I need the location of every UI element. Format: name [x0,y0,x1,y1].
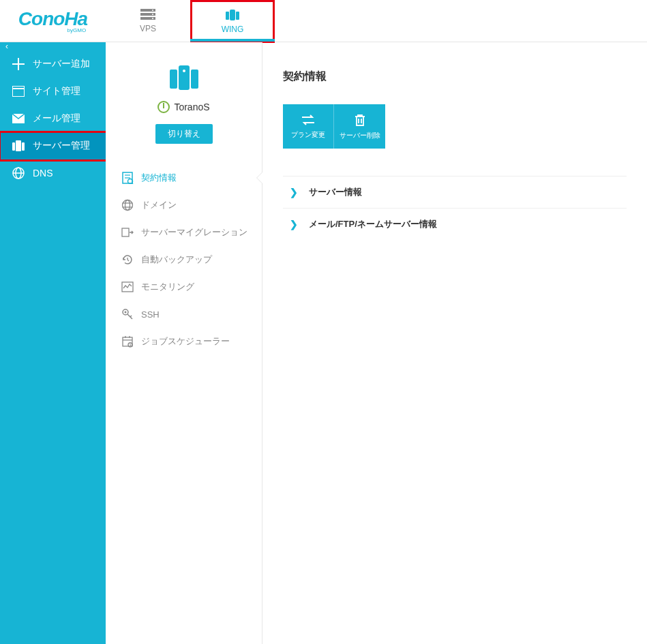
accordion-label: メール/FTP/ネームサーバー情報 [309,218,437,230]
sidebar-item-mail-manage[interactable]: メール管理 [0,105,106,132]
submenu-migration[interactable]: サーバーマイグレーション [106,219,262,246]
logo[interactable]: ConoHa byGMO [0,0,106,42]
power-on-icon [157,101,170,113]
server-stack-icon [140,9,155,21]
accordion-server-info[interactable]: ❯ サーバー情報 [283,176,627,208]
action-label: プラン変更 [291,130,325,140]
sidebar-item-label: サイト管理 [33,85,80,97]
sidebar-item-label: DNS [33,168,53,179]
highlight-tab-wing [190,0,275,43]
sidebar-sub: ToranoS 切り替え 契約情報 ドメイン サーバーマイグ [106,42,262,644]
svg-point-27 [123,200,133,211]
svg-rect-8 [236,12,239,20]
mail-icon [11,114,26,123]
submenu-domain[interactable]: ドメイン [106,191,262,219]
submenu-label: 自動バックアップ [141,254,212,266]
submenu-label: ドメイン [141,199,177,211]
sidebar-item-label: メール管理 [33,112,80,125]
submenu-contract-info[interactable]: 契約情報 [106,164,262,191]
window-icon [11,86,26,97]
svg-rect-39 [123,337,132,346]
header-tabs: VPS WING [106,0,275,42]
main-layout: ‹ サーバー追加 サイト管理 メール管理 サーバー管理 [0,42,647,644]
action-label: サーバー削除 [340,131,380,140]
contract-icon [119,172,136,184]
server-name-row: ToranoS [119,101,248,113]
swap-icon [301,114,316,126]
server-large-icon [119,63,248,93]
svg-rect-18 [179,65,190,90]
svg-rect-9 [12,86,25,97]
submenu-monitoring[interactable]: モニタリング [106,273,262,301]
tab-label: VPS [140,24,156,33]
submenu-scheduler[interactable]: ジョブスケジューラー [106,328,262,355]
sidebar-item-label: サーバー追加 [33,58,90,70]
page-title: 契約情報 [283,70,627,84]
sidebar-item-dns[interactable]: DNS [0,159,106,187]
sidebar-item-label: サーバー管理 [33,140,90,152]
globe2-icon [119,199,136,211]
schedule-icon [119,335,136,348]
server-card: ToranoS 切り替え [106,42,262,157]
key-icon [119,308,136,320]
svg-rect-14 [22,142,25,151]
server-icon [11,140,26,152]
svg-point-28 [125,200,130,211]
switch-server-button[interactable]: 切り替え [155,124,213,144]
svg-point-3 [152,10,153,11]
plan-change-button[interactable]: プラン変更 [283,104,334,149]
submenu-label: 契約情報 [141,172,177,184]
tab-wing[interactable]: WING [190,0,275,42]
sidebar-item-add-server[interactable]: サーバー追加 [0,50,106,78]
svg-rect-19 [170,70,177,89]
action-buttons: プラン変更 サーバー削除 [283,104,627,149]
header: ConoHa byGMO VPS WING [0,0,647,42]
backup-icon [119,254,136,266]
submenu-label: ジョブスケジューラー [141,335,230,348]
monitor-icon [119,281,136,293]
svg-line-33 [127,260,129,261]
migrate-icon [119,226,136,239]
chevron-left-icon: ‹ [5,42,8,51]
sidebar-collapse-button[interactable]: ‹ [0,42,106,50]
svg-line-38 [130,316,132,317]
svg-rect-20 [191,70,198,89]
svg-rect-13 [12,142,15,151]
svg-point-21 [183,70,185,72]
wing-server-icon [224,8,241,22]
sub-menu: 契約情報 ドメイン サーバーマイグレーション 自動バックアップ [106,157,262,355]
main-content: 契約情報 プラン変更 サーバー削除 ❯ サーバー情報 ❯ メール/FTP/ネーム… [262,42,647,644]
svg-point-36 [125,311,127,313]
svg-line-45 [130,345,131,346]
chevron-right-icon: ❯ [290,187,298,198]
submenu-label: サーバーマイグレーション [141,226,247,239]
sidebar-left: ‹ サーバー追加 サイト管理 メール管理 サーバー管理 [0,42,106,644]
svg-point-4 [152,14,153,15]
trash-icon [354,113,366,127]
server-delete-button[interactable]: サーバー削除 [334,104,385,149]
chevron-right-icon: ❯ [290,219,298,230]
submenu-ssh[interactable]: SSH [106,301,262,328]
tab-vps[interactable]: VPS [106,0,190,42]
accordion-mail-ftp-ns-info[interactable]: ❯ メール/FTP/ネームサーバー情報 [283,208,627,240]
sidebar-item-site-manage[interactable]: サイト管理 [0,78,106,105]
svg-rect-31 [122,228,129,236]
submenu-label: モニタリング [141,281,194,293]
sidebar-item-server-manage[interactable]: サーバー管理 [0,132,106,159]
server-name: ToranoS [174,102,209,112]
accordion-label: サーバー情報 [309,186,362,198]
svg-rect-7 [226,12,229,20]
svg-rect-6 [230,10,235,20]
plus-icon [11,58,26,70]
svg-point-5 [152,18,153,19]
svg-rect-12 [16,140,21,151]
submenu-backup[interactable]: 自動バックアップ [106,246,262,273]
submenu-label: SSH [141,309,160,320]
globe-icon [11,167,26,179]
tab-label: WING [222,25,244,34]
